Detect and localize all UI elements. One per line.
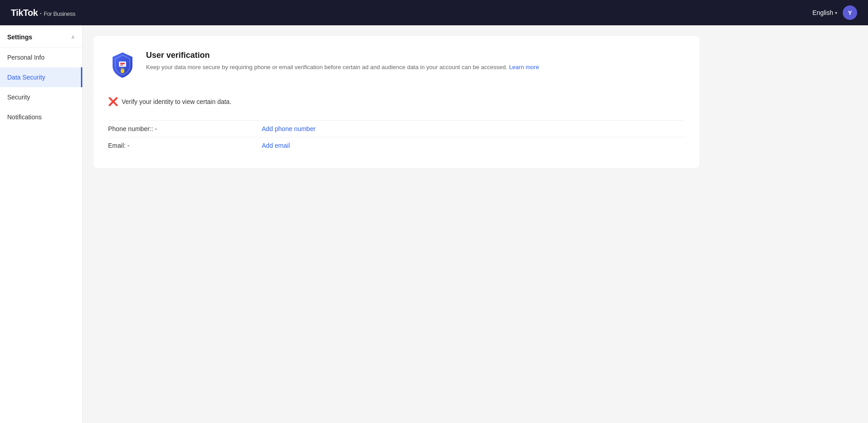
sidebar-link-security[interactable]: Security	[0, 87, 82, 107]
sidebar-item-personal-info[interactable]: Personal Info	[0, 47, 82, 67]
sidebar-link-notifications[interactable]: Notifications	[0, 107, 82, 127]
chevron-down-icon: ▾	[835, 10, 837, 15]
settings-header: Settings ∧	[0, 25, 82, 47]
email-row: Email: - Add email	[108, 137, 685, 154]
add-email-link[interactable]: Add email	[262, 142, 290, 149]
phone-number-row: Phone number:: - Add phone number	[108, 120, 685, 137]
logo: TikTok·For Business	[11, 8, 75, 18]
user-initial: Y	[848, 9, 852, 16]
learn-more-link[interactable]: Learn more	[509, 64, 539, 70]
user-avatar[interactable]: Y	[843, 5, 857, 20]
verification-description: Keep your data more secure by requiring …	[146, 63, 539, 72]
layout: Settings ∧ Personal Info Data Security S…	[0, 25, 868, 423]
sidebar: Settings ∧ Personal Info Data Security S…	[0, 25, 83, 423]
alert-text: Verify your identity to view certain dat…	[122, 98, 231, 105]
shield-icon	[108, 51, 137, 80]
data-security-card: User verification Keep your data more se…	[94, 36, 699, 168]
verification-header: User verification Keep your data more se…	[108, 51, 685, 80]
sidebar-nav: Personal Info Data Security Security Not…	[0, 47, 82, 127]
tiktok-logo: TikTok·For Business	[11, 8, 75, 18]
verification-text: User verification Keep your data more se…	[146, 51, 539, 72]
main-content: User verification Keep your data more se…	[83, 25, 868, 423]
sidebar-item-notifications[interactable]: Notifications	[0, 107, 82, 127]
sidebar-item-security[interactable]: Security	[0, 87, 82, 107]
svg-rect-4	[122, 70, 123, 72]
topbar: TikTok·For Business English ▾ Y	[0, 0, 868, 25]
tiktok-wordmark: TikTok	[11, 8, 38, 18]
svg-rect-1	[120, 63, 125, 64]
collapse-icon[interactable]: ∧	[71, 34, 75, 40]
email-label: Email: -	[108, 142, 262, 149]
topbar-right: English ▾ Y	[812, 5, 857, 20]
sidebar-link-personal-info[interactable]: Personal Info	[0, 47, 82, 67]
svg-rect-2	[120, 65, 123, 66]
language-label: English	[812, 9, 833, 16]
description-text: Keep your data more secure by requiring …	[146, 64, 507, 70]
sidebar-link-data-security[interactable]: Data Security	[0, 67, 82, 87]
for-business-label: For Business	[44, 10, 75, 17]
add-phone-number-link[interactable]: Add phone number	[262, 125, 316, 132]
alert-row: ❌ Verify your identity to view certain d…	[108, 92, 685, 111]
alert-icon: ❌	[108, 97, 118, 107]
sidebar-item-data-security[interactable]: Data Security	[0, 67, 82, 87]
phone-number-label: Phone number:: -	[108, 125, 262, 132]
settings-title: Settings	[7, 33, 32, 41]
verification-title: User verification	[146, 51, 539, 60]
language-selector[interactable]: English ▾	[812, 9, 837, 16]
